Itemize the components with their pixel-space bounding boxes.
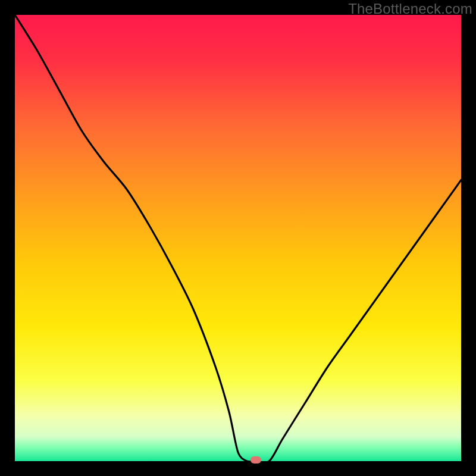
gradient-background — [15, 15, 461, 461]
chart-frame: TheBottleneck.com — [0, 0, 476, 476]
bottleneck-chart — [15, 15, 461, 461]
watermark-text: TheBottleneck.com — [348, 1, 472, 17]
optimal-point-marker — [250, 456, 261, 464]
